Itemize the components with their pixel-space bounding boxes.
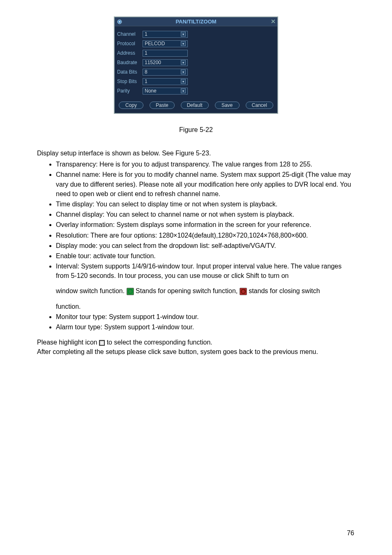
bullet-transparency: Transparency: Here is for you to adjust … [56, 160, 355, 169]
chevron-down-icon: ▾ [181, 69, 186, 74]
row-baudrate: Baudrate 115200 ▾ [117, 58, 273, 67]
switch-close-icon [240, 288, 247, 295]
channel-select[interactable]: 1 ▾ [143, 31, 188, 38]
bullet-channel-display: Channel display: You can select to chann… [56, 210, 355, 219]
row-protocol: Protocol PELCOD ▾ [117, 39, 273, 48]
copy-button[interactable]: Copy [119, 102, 143, 109]
protocol-select[interactable]: PELCOD ▾ [143, 40, 188, 47]
page-number: 76 [347, 530, 354, 537]
interval-text-b-mid: Stands for opening switch function, [136, 287, 240, 294]
ptz-icon [116, 18, 123, 25]
label-parity: Parity [117, 88, 143, 94]
intro-line: Display setup interface is shown as belo… [37, 148, 355, 158]
channel-value: 1 [145, 31, 148, 37]
bullet-resolution: Resolution: There are four options: 1280… [56, 231, 355, 240]
baudrate-select[interactable]: 115200 ▾ [143, 59, 188, 66]
parity-select[interactable]: None ▾ [143, 88, 188, 95]
switch-open-icon [127, 288, 134, 295]
post-paragraph-1: Please highlight icon to select the corr… [37, 338, 355, 347]
row-address: Address 1 [117, 49, 273, 57]
bullet-overlay: Overlay information: System displays som… [56, 220, 355, 229]
interval-text-b-post: stands for closing switch [249, 287, 320, 294]
label-baudrate: Baudrate [117, 60, 143, 65]
address-input[interactable]: 1 [143, 50, 188, 57]
bullet-interval: Interval: System supports 1/4/9/16-windo… [56, 261, 355, 311]
svg-point-1 [119, 21, 120, 23]
dialog-title-text: PAN/TILT/ZOOM [175, 18, 216, 25]
stopbits-select[interactable]: 1 ▾ [143, 78, 188, 85]
interval-text-c: function. [56, 302, 355, 311]
databits-select[interactable]: 8 ▾ [143, 69, 188, 76]
body-text: Display setup interface is shown as belo… [37, 148, 355, 357]
chevron-down-icon: ▾ [181, 32, 186, 37]
row-channel: Channel 1 ▾ [117, 30, 273, 38]
bullet-list: Transparency: Here is for you to adjust … [37, 160, 355, 332]
databits-value: 8 [145, 69, 148, 75]
post1-post: to select the corresponding function. [107, 339, 212, 346]
cancel-button[interactable]: Cancel [246, 102, 273, 109]
interval-text-b-pre: window switch function. [56, 287, 127, 294]
dialog-button-row: Copy Paste Default Save Cancel [115, 98, 277, 113]
chevron-down-icon: ▾ [181, 79, 186, 84]
label-address: Address [117, 50, 143, 56]
dialog-body: Channel 1 ▾ Protocol PELCOD ▾ Address 1 [115, 26, 277, 98]
bullet-monitor-tour: Monitor tour type: System support 1-wind… [56, 312, 355, 321]
row-stopbits: Stop Bits 1 ▾ [117, 77, 273, 86]
parity-value: None [145, 88, 157, 94]
figure-caption: Figure 5-22 [37, 126, 355, 134]
label-databits: Data Bits [117, 69, 143, 75]
protocol-value: PELCOD [145, 41, 165, 46]
post1-pre: Please highlight icon [37, 339, 99, 346]
paste-button[interactable]: Paste [150, 102, 175, 109]
chevron-down-icon: ▾ [181, 88, 186, 93]
label-protocol: Protocol [117, 41, 143, 46]
row-databits: Data Bits 8 ▾ [117, 68, 273, 76]
chevron-down-icon: ▾ [181, 41, 186, 46]
baudrate-value: 115200 [145, 60, 161, 65]
bullet-display-mode: Display mode: you can select from the dr… [56, 241, 355, 250]
row-parity: Parity None ▾ [117, 87, 273, 95]
ptz-dialog: PAN/TILT/ZOOM ✕ Channel 1 ▾ Protocol PEL… [114, 16, 278, 114]
interval-text-a: Interval: System supports 1/4/9/16-windo… [56, 263, 341, 279]
stopbits-value: 1 [145, 79, 148, 84]
close-icon[interactable]: ✕ [271, 18, 276, 25]
default-button[interactable]: Default [181, 102, 209, 109]
address-value: 1 [145, 50, 148, 56]
bullet-enable-tour: Enable tour: activate tour function. [56, 251, 355, 261]
chevron-down-icon: ▾ [181, 60, 186, 65]
dialog-titlebar: PAN/TILT/ZOOM ✕ [115, 17, 277, 26]
save-button[interactable]: Save [215, 102, 240, 109]
label-stopbits: Stop Bits [117, 79, 143, 84]
bullet-alarm-tour: Alarm tour type: System support 1-window… [56, 322, 355, 332]
bullet-channel-name: Channel name: Here is for you to modify … [56, 170, 355, 199]
checkbox-icon [99, 340, 105, 346]
label-channel: Channel [117, 31, 143, 37]
post-paragraph-2: After completing all the setups please c… [37, 347, 355, 356]
bullet-time-display: Time display: You can select to display … [56, 199, 355, 209]
